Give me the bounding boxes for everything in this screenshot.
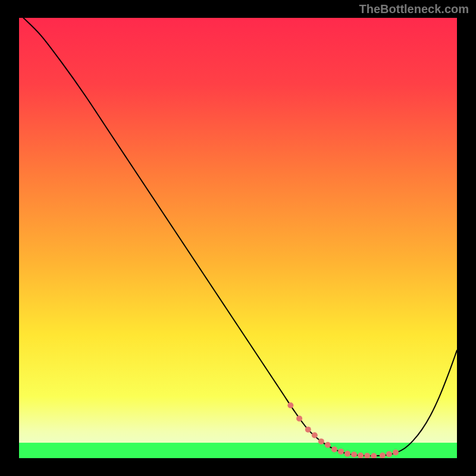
gradient-bg xyxy=(19,18,457,458)
highlight-dot xyxy=(393,449,399,455)
highlight-dot xyxy=(312,433,318,439)
highlight-dot xyxy=(318,439,324,444)
highlight-dot xyxy=(331,446,337,452)
highlight-dot xyxy=(305,427,311,433)
highlight-dot xyxy=(345,451,350,457)
highlight-dot xyxy=(325,442,331,448)
highlight-dot xyxy=(338,449,344,455)
highlight-dot xyxy=(296,415,302,421)
watermark-text: TheBottleneck.com xyxy=(359,2,469,16)
chart-canvas: TheBottleneck.com xyxy=(0,0,476,476)
chart-svg xyxy=(19,18,457,458)
highlight-dot xyxy=(386,451,392,457)
plot-area xyxy=(19,18,457,458)
highlight-dot xyxy=(351,452,357,458)
highlight-dot xyxy=(287,402,293,408)
